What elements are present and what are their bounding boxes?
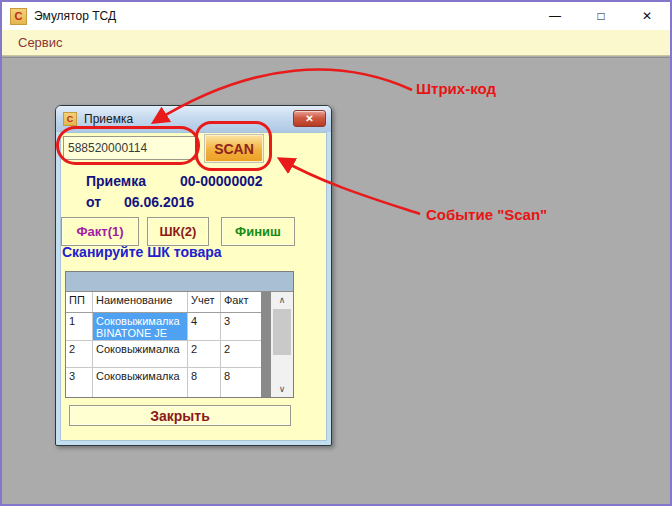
scrollbar-thumb[interactable]: [273, 309, 291, 355]
dialog-close-button[interactable]: ✕: [293, 110, 326, 127]
scan-hint-text: Сканируйте ШК товара: [62, 244, 222, 260]
cell-uchet[interactable]: 2: [188, 341, 221, 368]
scroll-down-icon[interactable]: ∨: [271, 381, 293, 397]
grid-filler-strip: [261, 292, 271, 397]
col-header-pp[interactable]: ПП: [66, 292, 93, 312]
col-header-fakt[interactable]: Факт: [221, 292, 261, 312]
col-header-name[interactable]: Наименование: [93, 292, 188, 312]
maximize-button[interactable]: □: [578, 2, 624, 30]
dialog-client-area: SCAN Приемка 00-00000002 от 06.06.2016 Ф…: [60, 132, 327, 441]
cell-name[interactable]: Соковыжималка: [93, 368, 188, 397]
cell-fakt[interactable]: 3: [221, 313, 261, 340]
app-title: Эмулятор ТСД: [34, 9, 116, 23]
finish-button[interactable]: Финиш: [221, 217, 295, 246]
dialog-1c-icon: С: [63, 112, 77, 126]
doc-number: 00-00000002: [180, 173, 263, 189]
fakt-button[interactable]: Факт(1): [61, 217, 139, 246]
table-top-band: [66, 272, 293, 292]
cell-fakt[interactable]: 8: [221, 368, 261, 397]
table-row[interactable]: 3 Соковыжималка 8 8: [66, 368, 261, 397]
date-label: от: [86, 194, 101, 210]
priemka-dialog: С Приемка ✕ SCAN Приемка 00-00000002 от …: [55, 105, 332, 446]
dialog-title: Приемка: [84, 112, 133, 126]
cell-fakt[interactable]: 2: [221, 341, 261, 368]
minimize-button[interactable]: —: [532, 2, 578, 30]
close-button[interactable]: ✕: [624, 2, 670, 30]
cell-name[interactable]: Соковыжималка: [93, 341, 188, 368]
zakryt-button[interactable]: Закрыть: [69, 405, 291, 426]
date-value: 06.06.2016: [124, 194, 194, 210]
cell-pp[interactable]: 2: [66, 341, 93, 368]
barcode-input[interactable]: [63, 136, 196, 160]
app-1c-icon: С: [10, 8, 27, 25]
cell-pp[interactable]: 3: [66, 368, 93, 397]
col-header-uchet[interactable]: Учет: [188, 292, 221, 312]
barcode-annotation-label: Штрих-код: [416, 80, 496, 97]
scan-event-annotation-label: Событие "Scan": [426, 206, 547, 223]
table-row[interactable]: 1 Соковыжималка BINATONE JE 102 4 3: [66, 313, 261, 341]
items-grid: ПП Наименование Учет Факт 1 Соковыжималк…: [66, 292, 261, 397]
table-row[interactable]: 2 Соковыжималка 2 2: [66, 341, 261, 369]
titlebar: С Эмулятор ТСД — □ ✕: [2, 2, 670, 30]
cell-name-selected[interactable]: Соковыжималка BINATONE JE 102: [93, 313, 188, 340]
dialog-titlebar[interactable]: С Приемка ✕: [56, 106, 331, 132]
scroll-up-icon[interactable]: ∧: [271, 292, 293, 308]
doc-label: Приемка: [86, 173, 146, 189]
vertical-scrollbar[interactable]: ∧ ∨: [271, 292, 293, 397]
cell-pp[interactable]: 1: [66, 313, 93, 340]
scrollbar-track[interactable]: [271, 308, 293, 381]
window-controls: — □ ✕: [532, 2, 670, 30]
cell-uchet[interactable]: 8: [188, 368, 221, 397]
shk-button[interactable]: ШК(2): [147, 217, 209, 246]
scan-button[interactable]: SCAN: [204, 134, 264, 163]
cell-uchet[interactable]: 4: [188, 313, 221, 340]
items-table: ПП Наименование Учет Факт 1 Соковыжималк…: [65, 271, 294, 398]
table-header-row: ПП Наименование Учет Факт: [66, 292, 261, 313]
menubar: Сервис: [2, 30, 670, 56]
menu-item-service[interactable]: Сервис: [18, 35, 63, 50]
emulator-window: С Эмулятор ТСД — □ ✕ Сервис С Приемка ✕ …: [0, 0, 672, 506]
